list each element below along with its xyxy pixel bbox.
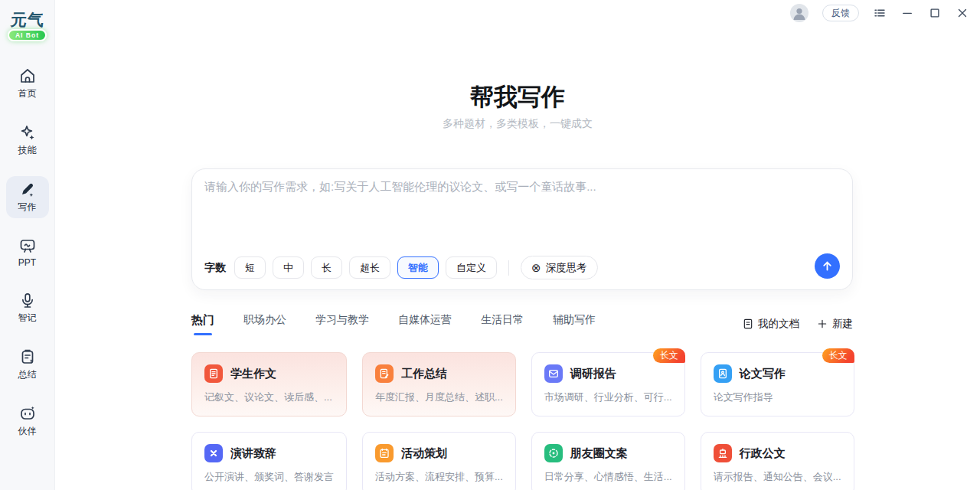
card-header: 演讲致辞: [204, 444, 334, 462]
paper-icon: [714, 364, 732, 383]
microphone-icon: [18, 291, 37, 309]
card-description: 论文写作指导: [714, 390, 841, 404]
card-header: 活动策划: [375, 444, 503, 462]
calendar-icon: [375, 444, 394, 462]
tab-学习与教学[interactable]: 学习与教学: [315, 313, 369, 335]
minimize-icon[interactable]: [900, 6, 914, 20]
length-pills: 短中长超长智能自定义: [234, 256, 497, 279]
new-doc-button[interactable]: 新建: [816, 317, 853, 331]
avatar[interactable]: [790, 4, 808, 22]
template-card-朋友圈文案[interactable]: 朋友圈文案日常分享、心情感悟、生活...: [531, 432, 685, 490]
template-card-调研报告[interactable]: 长文调研报告市场调研、行业分析、可行...: [531, 352, 685, 416]
sidebar-item-label: PPT: [18, 257, 36, 268]
card-header: 朋友圈文案: [544, 444, 672, 462]
card-description: 公开演讲、颁奖词、答谢发言: [204, 470, 334, 484]
my-docs-label: 我的文档: [758, 317, 799, 331]
template-card-论文写作[interactable]: 长文论文写作论文写作指导: [701, 352, 854, 416]
template-card-活动策划[interactable]: 活动策划活动方案、流程安排、预算...: [362, 432, 516, 490]
my-docs-button[interactable]: 我的文档: [742, 317, 799, 331]
logo-badge: AI Bot: [8, 29, 47, 41]
sparkles-icon: [18, 123, 37, 142]
template-card-行政公文[interactable]: 行政公文请示报告、通知公告、会议...: [701, 432, 854, 490]
feedback-button[interactable]: 反馈: [822, 5, 859, 21]
moments-icon: [544, 444, 563, 462]
close-icon[interactable]: [956, 6, 969, 20]
tab-职场办公[interactable]: 职场办公: [243, 313, 286, 335]
document-icon: [742, 318, 754, 330]
doc-edit-icon: [375, 364, 394, 383]
tabs-actions: 我的文档 新建: [742, 317, 853, 331]
card-description: 请示报告、通知公告、会议...: [714, 470, 841, 484]
sidebar-item-首页[interactable]: 首页: [6, 63, 49, 105]
card-title: 论文写作: [740, 367, 786, 381]
length-options-row: 字数 短中长超长智能自定义 ⊗ 深度思考: [204, 256, 598, 279]
sidebar-item-伙伴[interactable]: 伙伴: [6, 400, 49, 443]
mail-icon: [544, 364, 563, 383]
length-pill-短[interactable]: 短: [234, 256, 266, 279]
deep-think-button[interactable]: ⊗ 深度思考: [521, 256, 598, 279]
tab-自媒体运营[interactable]: 自媒体运营: [398, 313, 452, 335]
length-pill-超长[interactable]: 超长: [349, 256, 390, 279]
send-button[interactable]: [815, 253, 840, 279]
category-tabs-row: 热门职场办公学习与教学自媒体运营生活日常辅助写作 我的文档 新建: [191, 311, 853, 337]
card-title: 活动策划: [401, 446, 447, 461]
card-title: 行政公文: [740, 446, 786, 461]
template-card-学生作文[interactable]: 学生作文记叙文、议论文、读后感、...: [191, 352, 347, 416]
card-description: 市场调研、行业分析、可行...: [544, 390, 672, 404]
length-pill-中[interactable]: 中: [273, 256, 304, 279]
template-card-演讲致辞[interactable]: 演讲致辞公开演讲、颁奖词、答谢发言: [191, 432, 347, 490]
pencil-icon: [18, 180, 37, 198]
card-header: 论文写作: [714, 364, 841, 383]
length-pill-长[interactable]: 长: [311, 256, 342, 279]
seal-icon: [714, 444, 732, 462]
card-description: 活动方案、流程安排、预算...: [375, 470, 503, 484]
card-header: 调研报告: [544, 364, 672, 383]
home-icon: [18, 67, 37, 85]
card-title: 学生作文: [230, 367, 276, 381]
sidebar-item-label: 智记: [18, 312, 37, 325]
tab-辅助写作[interactable]: 辅助写作: [553, 313, 596, 335]
sidebar-item-PPT[interactable]: PPT: [6, 233, 49, 273]
template-card-工作总结[interactable]: 工作总结年度汇报、月度总结、述职...: [362, 352, 516, 416]
sidebar-item-label: 总结: [18, 368, 37, 381]
arrow-up-icon: [821, 260, 834, 273]
length-pill-智能[interactable]: 智能: [397, 256, 439, 279]
tab-热门[interactable]: 热门: [191, 313, 214, 335]
sidebar-item-总结[interactable]: 总结: [6, 344, 49, 386]
sidebar-item-label: 伙伴: [18, 425, 37, 438]
sidebar-nav: 首页技能写作PPT智记总结伙伴: [6, 63, 49, 443]
deep-think-icon: ⊗: [531, 262, 541, 273]
writing-prompt-input[interactable]: [204, 180, 840, 245]
card-title: 朋友圈文案: [570, 446, 628, 461]
page-subtitle: 多种题材，多类模板，一键成文: [55, 117, 980, 131]
divider: [508, 260, 509, 276]
writing-prompt-card: 字数 短中长超长智能自定义 ⊗ 深度思考: [191, 168, 853, 290]
podium-icon: [204, 444, 223, 462]
new-doc-label: 新建: [832, 317, 853, 331]
sidebar-item-label: 技能: [18, 144, 37, 157]
app-logo: 元气 AI Bot: [8, 9, 47, 41]
robot-icon: [18, 404, 37, 423]
sidebar-item-智记[interactable]: 智记: [6, 287, 49, 329]
maximize-icon[interactable]: [928, 6, 942, 20]
length-pill-自定义[interactable]: 自定义: [446, 256, 497, 279]
card-description: 记叙文、议论文、读后感、...: [204, 390, 334, 404]
card-header: 行政公文: [714, 444, 841, 462]
sidebar-item-技能[interactable]: 技能: [6, 119, 49, 162]
card-description: 年度汇报、月度总结、述职...: [375, 390, 503, 404]
sidebar-item-label: 首页: [18, 87, 37, 100]
page-title: 帮我写作: [55, 81, 980, 113]
tab-生活日常[interactable]: 生活日常: [481, 313, 524, 335]
plus-icon: [816, 318, 828, 330]
presentation-icon: [18, 237, 37, 255]
card-title: 工作总结: [401, 367, 447, 381]
card-title: 调研报告: [570, 367, 616, 381]
sidebar-item-写作[interactable]: 写作: [6, 176, 49, 218]
doc-icon: [204, 364, 223, 383]
card-header: 学生作文: [204, 364, 334, 383]
sidebar-item-label: 写作: [18, 201, 37, 214]
card-description: 日常分享、心情感悟、生活...: [544, 470, 672, 484]
logo-text: 元气: [10, 9, 45, 31]
list-menu-icon[interactable]: [873, 6, 887, 20]
titlebar: 反馈: [55, 0, 980, 26]
